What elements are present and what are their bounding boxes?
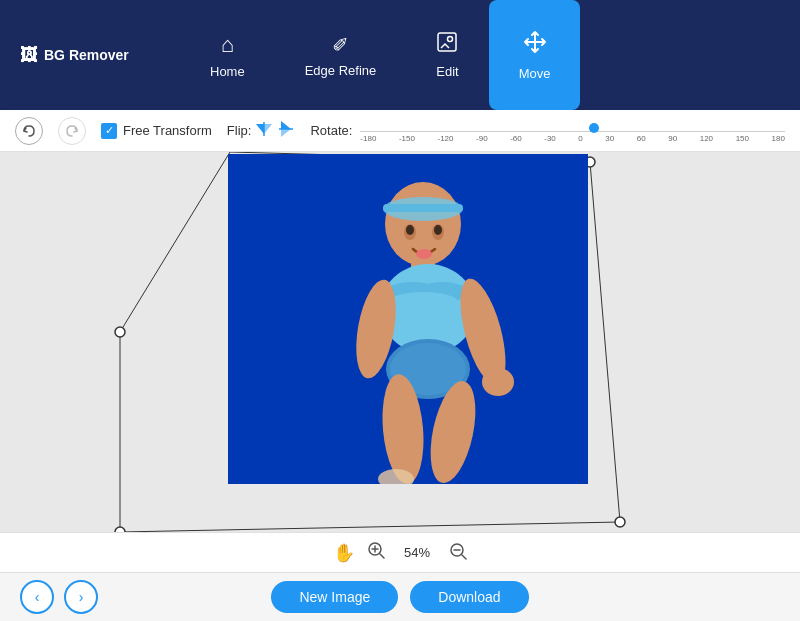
svg-line-41 bbox=[380, 554, 384, 558]
svg-point-38 bbox=[434, 225, 442, 235]
footer: ‹ › New Image Download bbox=[0, 572, 800, 621]
footer-action-buttons: New Image Download bbox=[271, 581, 528, 613]
tab-move[interactable]: Move bbox=[489, 0, 581, 110]
svg-point-1 bbox=[448, 37, 453, 42]
svg-marker-3 bbox=[264, 124, 272, 134]
move-icon bbox=[523, 30, 547, 60]
svg-point-29 bbox=[482, 368, 514, 396]
svg-rect-21 bbox=[383, 204, 463, 212]
svg-marker-6 bbox=[281, 129, 291, 137]
svg-line-8 bbox=[120, 152, 230, 332]
redo-button[interactable] bbox=[58, 117, 86, 145]
zoom-out-icon[interactable] bbox=[449, 542, 467, 564]
rotate-label: Rotate: bbox=[310, 123, 352, 138]
new-image-button[interactable]: New Image bbox=[271, 581, 398, 613]
home-icon: ⌂ bbox=[221, 32, 234, 58]
edge-refine-icon: ✐ bbox=[332, 33, 349, 57]
zoom-in-icon[interactable] bbox=[367, 541, 385, 564]
zoom-value: 54% bbox=[397, 545, 437, 560]
tab-home[interactable]: ⌂ Home bbox=[180, 0, 275, 110]
svg-marker-5 bbox=[281, 121, 291, 129]
footer-nav: ‹ › New Image Download bbox=[0, 581, 800, 613]
edit-icon bbox=[436, 31, 458, 58]
prev-button[interactable]: ‹ bbox=[20, 580, 54, 614]
svg-point-16 bbox=[115, 527, 125, 532]
subject-image bbox=[228, 154, 588, 484]
hand-tool-icon[interactable]: ✋ bbox=[333, 542, 355, 564]
canvas-image bbox=[228, 154, 588, 484]
app-icon: 🖼 bbox=[20, 45, 38, 66]
svg-point-37 bbox=[406, 225, 414, 235]
nav-tabs: ⌂ Home ✐ Edge Refine Edit Move bbox=[180, 0, 580, 110]
flip-horizontal-button[interactable] bbox=[255, 120, 273, 141]
svg-point-39 bbox=[416, 249, 432, 259]
app-title: 🖼 BG Remover bbox=[20, 45, 140, 66]
flip-vertical-button[interactable] bbox=[277, 120, 295, 141]
zoom-bar: ✋ 54% bbox=[0, 532, 800, 572]
free-transform-label: Free Transform bbox=[123, 123, 212, 138]
canvas-area[interactable] bbox=[0, 152, 800, 532]
flip-label: Flip: bbox=[227, 123, 252, 138]
svg-line-10 bbox=[590, 162, 620, 522]
toolbar: ✓ Free Transform Flip: Rotate: bbox=[0, 110, 800, 152]
free-transform-group: ✓ Free Transform bbox=[101, 123, 212, 139]
undo-button[interactable] bbox=[15, 117, 43, 145]
svg-point-13 bbox=[115, 327, 125, 337]
svg-point-15 bbox=[615, 517, 625, 527]
next-button[interactable]: › bbox=[64, 580, 98, 614]
flip-group: Flip: bbox=[227, 120, 296, 141]
svg-marker-2 bbox=[256, 124, 264, 134]
svg-rect-0 bbox=[438, 33, 456, 51]
download-button[interactable]: Download bbox=[410, 581, 528, 613]
app-header: 🖼 BG Remover ⌂ Home ✐ Edge Refine Edit bbox=[0, 0, 800, 110]
tab-edge-refine[interactable]: ✐ Edge Refine bbox=[275, 0, 407, 110]
footer-nav-arrows: ‹ › bbox=[20, 580, 98, 614]
tab-edit[interactable]: Edit bbox=[406, 0, 488, 110]
rotate-ruler[interactable]: -180-150-120-90-60-300306090120150180 bbox=[360, 119, 785, 143]
free-transform-checkbox[interactable]: ✓ bbox=[101, 123, 117, 139]
svg-line-11 bbox=[120, 522, 620, 532]
svg-line-45 bbox=[462, 555, 466, 559]
rotate-group: Rotate: -180-150-120-90-60-3003060901201… bbox=[310, 119, 785, 143]
svg-point-26 bbox=[388, 292, 458, 312]
